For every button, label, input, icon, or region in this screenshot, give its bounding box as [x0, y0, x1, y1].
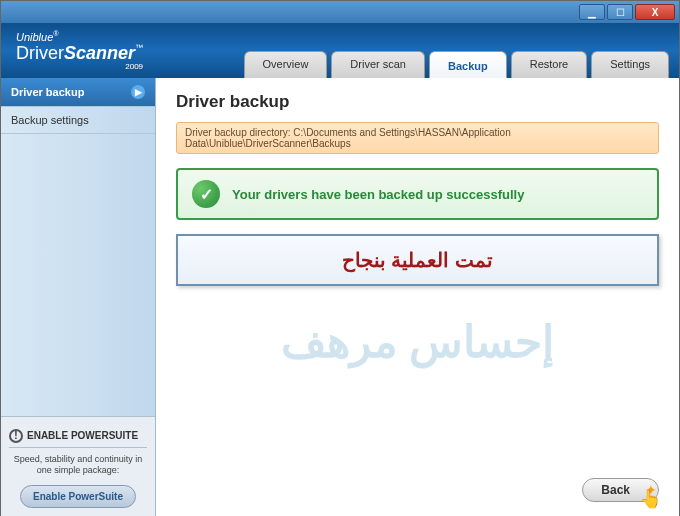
tab-restore[interactable]: Restore	[511, 51, 588, 78]
tab-overview[interactable]: Overview	[244, 51, 328, 78]
success-text: Your drivers have been backed up success…	[232, 187, 524, 202]
powersuite-panel: ! ENABLE POWERSUITE Speed, stability and…	[1, 416, 155, 516]
powersuite-title: ! ENABLE POWERSUITE	[9, 425, 147, 448]
tab-bar: Overview Driver scan Backup Restore Sett…	[244, 51, 670, 78]
logo: Uniblue® DriverScanner™ 2009	[16, 30, 143, 71]
tab-settings[interactable]: Settings	[591, 51, 669, 78]
maximize-button[interactable]: ☐	[607, 4, 633, 20]
page-title: Driver backup	[176, 92, 659, 112]
sidebar-item-backup-settings[interactable]: Backup settings	[1, 107, 155, 134]
chevron-right-icon: ▶	[131, 85, 145, 99]
close-button[interactable]: X	[635, 4, 675, 20]
back-button[interactable]: Back	[582, 478, 659, 502]
sidebar-item-label: Driver backup	[11, 86, 84, 98]
sidebar: Driver backup ▶ Backup settings ! ENABLE…	[1, 78, 156, 516]
sidebar-item-driver-backup[interactable]: Driver backup ▶	[1, 78, 155, 107]
info-icon: !	[9, 429, 23, 443]
check-icon: ✓	[192, 180, 220, 208]
tm-mark: ™	[135, 43, 143, 52]
main-content: Driver backup Driver backup directory: C…	[156, 78, 679, 516]
sidebar-item-label: Backup settings	[11, 114, 89, 126]
brand-company: Uniblue	[16, 31, 53, 43]
watermark-text: إحساس مرهف	[176, 316, 659, 368]
brand-product-a: Driver	[16, 43, 64, 63]
arabic-success-box: تمت العملية بنجاح	[176, 234, 659, 286]
powersuite-title-text: ENABLE POWERSUITE	[27, 430, 138, 441]
tab-backup[interactable]: Backup	[429, 51, 507, 78]
powersuite-desc: Speed, stability and continuity in one s…	[9, 454, 147, 477]
sidebar-spacer	[1, 134, 155, 416]
brand-product-b: Scanner	[64, 43, 135, 63]
enable-powersuite-button[interactable]: Enable PowerSuite	[20, 485, 136, 508]
tab-driver-scan[interactable]: Driver scan	[331, 51, 425, 78]
backup-directory-bar: Driver backup directory: C:\Documents an…	[176, 122, 659, 154]
app-window: ▁ ☐ X Uniblue® DriverScanner™ 2009 Overv…	[0, 0, 680, 516]
minimize-button[interactable]: ▁	[579, 4, 605, 20]
titlebar: ▁ ☐ X	[1, 1, 679, 23]
reg-mark: ®	[53, 30, 58, 37]
header: Uniblue® DriverScanner™ 2009 Overview Dr…	[1, 23, 679, 78]
success-box: ✓ Your drivers have been backed up succe…	[176, 168, 659, 220]
body: Driver backup ▶ Backup settings ! ENABLE…	[1, 78, 679, 516]
